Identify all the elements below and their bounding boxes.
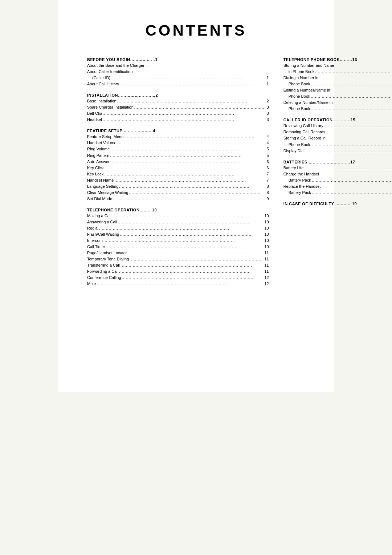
toc-item-label: Call Timer [87,244,105,250]
toc-dots: ........................................… [112,213,264,219]
toc-item-label: Answering a Call [87,219,117,225]
toc-item-label: Feature Setup Menu [87,134,123,140]
toc-item: Phone Book..............................… [283,142,392,148]
toc-item: Battery Pack ...........................… [283,177,392,183]
toc-dots: ........................................… [120,81,266,87]
toc-item-label: Phone Book [289,81,310,87]
right-column: TELEPHONE PHONE BOOK………13Storing a Numbe… [283,57,392,293]
toc-item-label: Redial [87,225,98,231]
toc-page-number: 10 [264,231,269,238]
toc-dots: ........................................… [103,111,266,117]
toc-item: Clear Message Waiting ..................… [87,190,269,196]
toc-item: Making a Call...........................… [87,213,269,219]
toc-dots: ........................................… [324,123,392,129]
toc-item: Headset.................................… [87,117,269,123]
toc-dots: ........................................… [315,69,392,75]
toc-dots: ........................................… [105,165,266,171]
toc-item-label: About the Base and the Charger .. [87,62,148,69]
toc-item-label: Auto Answer [87,159,110,165]
toc-section: BEFORE YOU BEGIN………………1About the Base an… [87,57,269,87]
toc-item: About Call History .....................… [87,81,269,87]
toc-page-number: 11 [264,256,269,262]
toc-page-number: 1 [267,81,269,87]
toc-item-label: Reviewing Call History [283,123,323,129]
toc-dots: ........................................… [129,190,266,196]
toc-item: Forwarding a Call ......................… [87,268,269,275]
toc-dots: ........................................… [127,250,264,256]
toc-dots: ........................................… [104,171,266,177]
toc-item-label: Battery Pack [289,190,311,196]
toc-item: Phone Book .............................… [283,81,392,87]
toc-item-label: About Caller Identification [87,69,132,75]
toc-item: Storing a Number and Name [283,62,392,69]
toc-item: Language Setting .......................… [87,183,269,190]
toc-item: About Caller Identification [87,69,269,75]
toc-item: Handset Volume .........................… [87,140,269,146]
left-column: BEFORE YOU BEGIN………………1About the Base an… [87,57,269,293]
toc-item-label: About Call History [87,81,119,87]
toc-page-number: 7 [267,171,269,177]
toc-item-label: Editing a Number/Name in [283,87,330,93]
toc-dots: ........................................… [103,117,266,123]
toc-item-label: Intercom [87,238,103,244]
toc-item: Removing Call Records...................… [283,129,392,135]
toc-page-number: 1 [267,75,269,81]
toc-item-label: Handset Name [87,177,114,183]
toc-item: Key Click ..............................… [87,165,269,171]
toc-item-label: (Caller ID). [92,75,111,81]
toc-item: Redial..................................… [87,225,269,231]
toc-item: Battery Life............................… [283,165,392,171]
toc-item: Conference Calling .....................… [87,275,269,281]
toc-item-label: Phone Book [289,93,310,100]
toc-item: Feature Setup Menu......................… [87,134,269,140]
toc-dots: ........................................… [103,238,264,244]
toc-dots: ........................................… [117,98,266,104]
toc-item-label: Set Dial Mode [87,196,112,202]
toc-page-number: 8 [267,183,269,190]
toc-item: Reviewing Call History .................… [283,123,392,129]
toc-dots: ........................................… [120,232,264,238]
toc-item: Flash/Call Waiting......................… [87,231,269,238]
toc-page-number: 7 [267,177,269,183]
toc-dots: ........................................… [134,105,266,110]
toc-item: Belt Clip...............................… [87,110,269,117]
toc-section: TELEPHONE OPERATION………10Making a Call...… [87,208,269,287]
toc-section: TELEPHONE PHONE BOOK………13Storing a Numbe… [283,57,392,112]
toc-item: in Phone Book ..........................… [283,69,392,75]
section-header: TELEPHONE PHONE BOOK………13 [283,57,392,62]
toc-item-label: Transferring a Call [87,262,120,268]
toc-item-label: Flash/Call Waiting [87,231,119,238]
toc-dots: ........................................… [312,178,392,183]
toc-dots: ........................................… [122,275,264,281]
toc-item-label: Language Setting [87,183,118,190]
toc-item-label: Conference Calling [87,275,121,281]
toc-page-number: 9 [267,196,269,202]
toc-section: BATTERIES …………………………17Battery Life......… [283,160,392,196]
toc-dots: ........................................… [118,219,264,225]
section-header: BATTERIES …………………………17 [283,160,392,164]
toc-dots: ........................................… [110,153,266,159]
toc-item-label: Page/Handset Locator [87,250,127,256]
toc-dots: ........................................… [117,140,266,146]
toc-item: Battery Pack............................… [283,190,392,196]
toc-item-label: Charge the Handset [283,171,319,177]
toc-page-number: 4 [267,134,269,140]
toc-page-number: 11 [264,262,269,268]
toc-dots: ........................................… [130,256,264,262]
toc-dots: ........................................… [305,148,392,154]
toc-section: FEATURE SETUP …………………4Feature Setup Menu… [87,129,269,202]
toc-item-label: Headset [87,117,102,123]
section-header: CALLER ID OPERATION …………15 [283,118,392,122]
toc-dots: ........................................… [312,142,392,148]
toc-section: CALLER ID OPERATION …………15Reviewing Call… [283,118,392,154]
toc-item-label: Making a Call [87,213,111,219]
toc-page-number: 3 [267,117,269,123]
toc-dots: ........................................… [311,94,392,100]
toc-item-label: Mute [87,281,96,287]
toc-item-label: Key Click [87,165,104,171]
toc-page-number: 12 [264,275,269,281]
toc-item-label: Battery Life [283,165,304,171]
section-header: TELEPHONE OPERATION………10 [87,208,269,212]
page-title: CONTENTS [87,22,305,39]
toc-dots: ........................................… [121,263,264,268]
